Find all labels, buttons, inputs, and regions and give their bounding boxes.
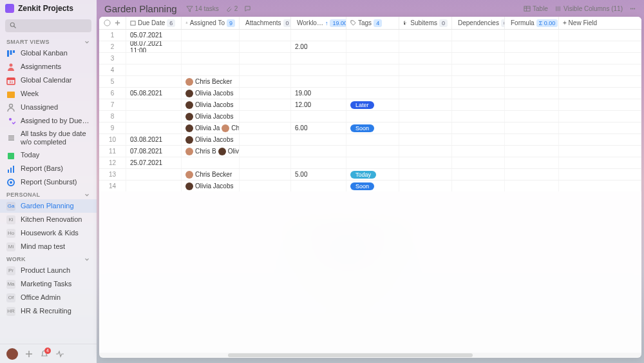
cell-subitems[interactable] <box>399 41 452 52</box>
sidebar-item-project[interactable]: KiKitchen Renovation <box>0 213 97 226</box>
column-tags[interactable]: Tags 4 <box>346 17 399 29</box>
cell-assigned-to[interactable]: Chris BOlivia Ja <box>182 146 240 157</box>
sidebar-item-smartview[interactable]: Assignments <box>0 60 97 74</box>
scrollbar-thumb[interactable] <box>228 353 473 357</box>
cell-formula[interactable] <box>505 64 559 75</box>
cell-attachments[interactable] <box>240 111 291 122</box>
column-dependencies[interactable]: Dependencies 0 <box>452 17 505 29</box>
cell-formula[interactable] <box>505 123 559 133</box>
cell-workload[interactable]: 19.00 <box>291 88 346 99</box>
table-row[interactable]: 4 <box>99 64 641 76</box>
cell-workload[interactable]: 6.00 <box>291 123 346 133</box>
cell-due-date[interactable] <box>126 53 182 64</box>
table-row[interactable]: 3 <box>99 53 641 64</box>
cell-tags[interactable] <box>346 41 399 52</box>
cell-dependencies[interactable] <box>452 64 505 75</box>
sidebar-item-project[interactable]: MiMind map test <box>0 240 97 253</box>
cell-formula[interactable] <box>505 88 559 99</box>
plus-icon[interactable] <box>114 19 121 26</box>
cell-dependencies[interactable] <box>452 53 505 64</box>
column-subitems[interactable]: Subitems 0 <box>399 17 452 29</box>
cell-workload[interactable]: 2.00 <box>291 41 346 52</box>
cell-formula[interactable] <box>505 53 559 64</box>
horizontal-scrollbar[interactable] <box>99 353 641 358</box>
cell-formula[interactable] <box>505 30 559 41</box>
column-formula[interactable]: ƒ Formula Σ 0.00 <box>505 17 559 29</box>
sidebar-item-smartview[interactable]: All tasks by due date w/o completed <box>0 128 97 148</box>
table-row[interactable]: 1225.07.2021 <box>99 157 641 169</box>
cell-subitems[interactable] <box>399 111 452 122</box>
cell-formula[interactable] <box>505 76 559 87</box>
column-workload[interactable]: # Worklo… ↑ 19.00 <box>291 17 346 29</box>
cell-due-date[interactable] <box>126 169 182 180</box>
cell-dependencies[interactable] <box>452 88 505 99</box>
cell-due-date[interactable] <box>126 123 182 133</box>
cell-subitems[interactable] <box>399 157 452 168</box>
cell-due-date[interactable] <box>126 99 182 110</box>
table-row[interactable]: 13Chris Becker5.00Today <box>99 169 641 181</box>
cell-dependencies[interactable] <box>452 41 505 52</box>
comment-stat[interactable] <box>244 5 251 12</box>
cell-attachments[interactable] <box>240 157 291 168</box>
cell-formula[interactable] <box>505 169 559 180</box>
cell-workload[interactable]: 12.00 <box>291 99 346 110</box>
cell-due-date[interactable] <box>126 64 182 75</box>
cell-subitems[interactable] <box>399 64 452 75</box>
cell-attachments[interactable] <box>240 146 291 157</box>
cell-dependencies[interactable] <box>452 146 505 157</box>
cell-workload[interactable] <box>291 111 346 122</box>
section-work[interactable]: WORK <box>0 253 97 264</box>
cell-tags[interactable] <box>346 76 399 87</box>
table-row[interactable]: 14Olivia JacobsSoon <box>99 181 641 191</box>
filter-stat[interactable]: 14 tasks <box>186 5 219 12</box>
more-menu-button[interactable] <box>629 5 636 12</box>
table-row[interactable]: 208.07.2021 11:002.00 <box>99 41 641 53</box>
cell-due-date[interactable] <box>126 76 182 87</box>
cell-dependencies[interactable] <box>452 134 505 145</box>
sidebar-item-smartview[interactable]: Today <box>0 148 97 162</box>
sidebar-item-project[interactable]: MaMarketing Tasks <box>0 277 97 291</box>
cell-due-date[interactable]: 07.08.2021 <box>126 146 182 157</box>
activity-icon[interactable] <box>55 349 64 358</box>
cell-subitems[interactable] <box>399 146 452 157</box>
sidebar-item-smartview[interactable]: 31Global Calendar <box>0 74 97 87</box>
cell-tags[interactable]: Soon <box>346 181 399 191</box>
table-row[interactable]: 1003.08.2021Olivia Jacobs <box>99 134 641 146</box>
cell-attachments[interactable] <box>240 169 291 180</box>
cell-formula[interactable] <box>505 134 559 145</box>
cell-workload[interactable] <box>291 134 346 145</box>
cell-tags[interactable] <box>346 134 399 145</box>
cell-subitems[interactable] <box>399 123 452 133</box>
sidebar-item-smartview[interactable]: Week <box>0 87 97 101</box>
section-personal[interactable]: PERSONAL <box>0 189 97 199</box>
cell-workload[interactable] <box>291 76 346 87</box>
sidebar-item-smartview[interactable]: Unassigned <box>0 101 97 114</box>
cell-assigned-to[interactable]: Olivia Jacobs <box>182 99 240 110</box>
cell-assigned-to[interactable]: Olivia Jacobs <box>182 134 240 145</box>
cell-tags[interactable]: Today <box>346 169 399 180</box>
cell-assigned-to[interactable]: Chris Becker <box>182 76 240 87</box>
table-row[interactable]: 605.08.2021Olivia Jacobs19.00 <box>99 88 641 99</box>
cell-attachments[interactable] <box>240 88 291 99</box>
cell-attachments[interactable] <box>240 30 291 41</box>
cell-subitems[interactable] <box>399 88 452 99</box>
cell-attachments[interactable] <box>240 64 291 75</box>
cell-attachments[interactable] <box>240 123 291 133</box>
table-row[interactable]: 1107.08.2021Chris BOlivia Ja <box>99 146 641 157</box>
cell-due-date[interactable]: 05.07.2021 <box>126 30 182 41</box>
column-assigned-to[interactable]: Assigned To 9 <box>182 17 240 29</box>
sidebar-item-project[interactable]: HoHousework & Kids <box>0 226 97 240</box>
cell-workload[interactable] <box>291 53 346 64</box>
table-row[interactable]: 5Chris Becker <box>99 76 641 88</box>
cell-formula[interactable] <box>505 41 559 52</box>
cell-tags[interactable] <box>346 30 399 41</box>
cell-workload[interactable] <box>291 157 346 168</box>
view-table-button[interactable]: Table <box>524 5 548 12</box>
cell-tags[interactable]: Soon <box>346 123 399 133</box>
visible-columns-button[interactable]: Visible Columns (11) <box>554 5 623 12</box>
cell-subitems[interactable] <box>399 181 452 191</box>
cell-subitems[interactable] <box>399 53 452 64</box>
cell-due-date[interactable]: 25.07.2021 <box>126 157 182 168</box>
cell-attachments[interactable] <box>240 181 291 191</box>
cell-assigned-to[interactable]: Olivia Jacobs <box>182 88 240 99</box>
